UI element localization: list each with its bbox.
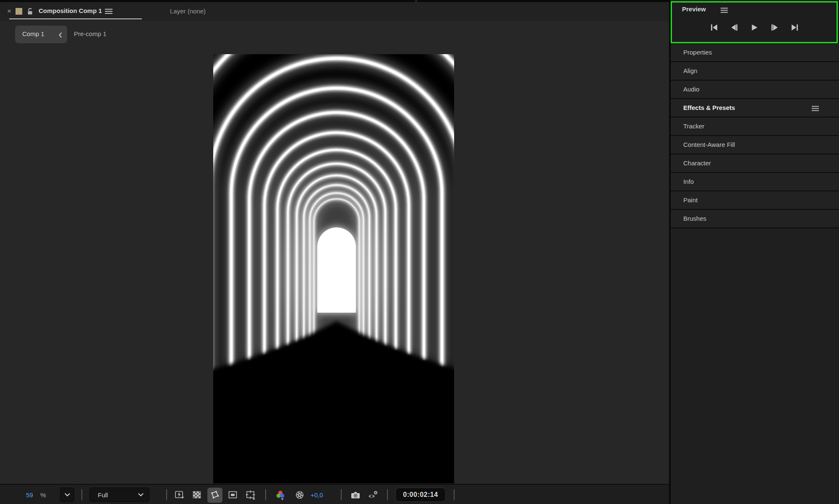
panel-label: Content-Aware Fill <box>683 141 735 148</box>
sidebar-panel-brushes[interactable]: Brushes <box>671 210 839 228</box>
toolbar-separator <box>341 489 342 500</box>
jump-to-start-icon <box>710 23 719 32</box>
jump-to-end-button[interactable] <box>789 22 800 33</box>
composition-panel: × Composition Comp 1 Layer (none) Comp 1 <box>0 2 669 504</box>
magnification-dropdown[interactable] <box>60 488 74 502</box>
toolbar-separator <box>81 489 82 500</box>
panel-label: Character <box>683 159 711 167</box>
panel-label: Brushes <box>683 215 706 222</box>
shutter-icon <box>294 490 305 501</box>
comp-flowchart-button[interactable]: Comp 1 <box>15 26 67 43</box>
after-effects-window: × Composition Comp 1 Layer (none) Comp 1 <box>0 0 839 504</box>
camera-icon <box>350 490 361 501</box>
play-icon <box>750 23 759 32</box>
rgb-channels-icon <box>275 490 286 501</box>
panel-label: Effects & Presets <box>683 104 735 111</box>
transparency-grid-button[interactable] <box>191 488 204 503</box>
label-color-swatch <box>16 8 22 15</box>
exposure-value[interactable]: +0,0 <box>311 485 323 504</box>
comp-button-label: Comp 1 <box>22 30 44 37</box>
toolbar-separator <box>387 489 388 500</box>
panel-label: Align <box>683 67 697 74</box>
mask-shape-icon <box>209 490 220 501</box>
composition-canvas[interactable] <box>213 54 454 483</box>
sidebar-panel-character[interactable]: Character <box>671 154 839 173</box>
sidebar-panel-paint[interactable]: Paint <box>671 191 839 210</box>
grid-guides-icon <box>245 490 257 501</box>
next-frame-button[interactable] <box>769 22 779 33</box>
panel-label: Properties <box>683 49 712 56</box>
tab-layer[interactable]: Layer (none) <box>170 8 206 15</box>
current-time-field[interactable]: 0:00:02:14 <box>395 488 446 502</box>
snapshot-eye-icon <box>367 490 379 501</box>
fast-previews-button[interactable] <box>173 488 186 503</box>
active-tab-underline <box>9 18 142 19</box>
magnification-value[interactable]: 59 <box>26 485 33 504</box>
toolbar-separator <box>265 489 266 500</box>
resolution-dropdown[interactable]: Full <box>89 488 149 502</box>
checkerboard-icon <box>192 490 203 501</box>
panel-label: Audio <box>683 86 699 93</box>
exposure-reset-button[interactable] <box>293 488 306 503</box>
grid-guides-button[interactable] <box>244 488 258 503</box>
sidebar-panel-content-aware-fill[interactable]: Content-Aware Fill <box>671 136 839 154</box>
chevron-down-icon <box>138 493 144 496</box>
transport-controls <box>672 22 836 33</box>
next-frame-icon <box>770 23 779 32</box>
sidebar-panel-effects-presets[interactable]: Effects & Presets <box>671 99 839 118</box>
right-sidebar: Preview <box>671 0 839 504</box>
previous-frame-icon <box>730 23 739 32</box>
panel-label: Info <box>683 178 694 185</box>
toolbar-separator <box>166 489 167 500</box>
close-tab-icon[interactable]: × <box>5 6 13 17</box>
chevron-left-icon <box>58 32 62 39</box>
take-snapshot-button[interactable] <box>349 488 362 503</box>
sidebar-panel-properties[interactable]: Properties <box>671 44 839 62</box>
parent-comp-breadcrumb[interactable]: Pre-comp 1 <box>74 30 107 37</box>
previous-frame-button[interactable] <box>729 22 739 33</box>
preview-panel-title[interactable]: Preview <box>682 5 706 13</box>
preview-panel: Preview <box>671 1 838 43</box>
jump-to-end-icon <box>790 23 799 32</box>
tab-composition[interactable]: Composition Comp 1 <box>39 7 102 14</box>
panel-label: Paint <box>683 196 698 204</box>
viewer-toolbar: 59 % Full <box>0 484 669 504</box>
region-of-interest-button[interactable] <box>226 488 240 503</box>
channel-color-button[interactable] <box>274 488 287 503</box>
viewer-tab-bar: × Composition Comp 1 Layer (none) <box>0 2 669 21</box>
lightning-icon <box>174 490 186 501</box>
panel-label: Tracker <box>683 123 704 130</box>
resolution-value: Full <box>98 491 108 499</box>
magnification-percent: % <box>40 485 46 504</box>
panel-menu-icon[interactable] <box>721 7 728 15</box>
play-button[interactable] <box>749 22 759 33</box>
sidebar-panel-tracker[interactable]: Tracker <box>671 118 839 136</box>
show-snapshot-button[interactable] <box>366 488 380 503</box>
region-of-interest-icon <box>227 490 238 501</box>
sidebar-panel-info[interactable]: Info <box>671 173 839 191</box>
jump-to-start-button[interactable] <box>709 22 719 33</box>
sidebar-panel-align[interactable]: Align <box>671 62 839 81</box>
panel-menu-icon[interactable] <box>105 8 112 16</box>
sidebar-panel-audio[interactable]: Audio <box>671 81 839 99</box>
unlock-icon[interactable] <box>26 7 34 18</box>
collapsed-panel-list: Properties Align Audio Effects & Presets… <box>671 44 839 228</box>
panel-menu-icon[interactable] <box>812 105 819 113</box>
toolbar-separator <box>454 489 455 500</box>
mask-visibility-button[interactable] <box>207 488 222 503</box>
chevron-down-icon <box>65 493 70 496</box>
